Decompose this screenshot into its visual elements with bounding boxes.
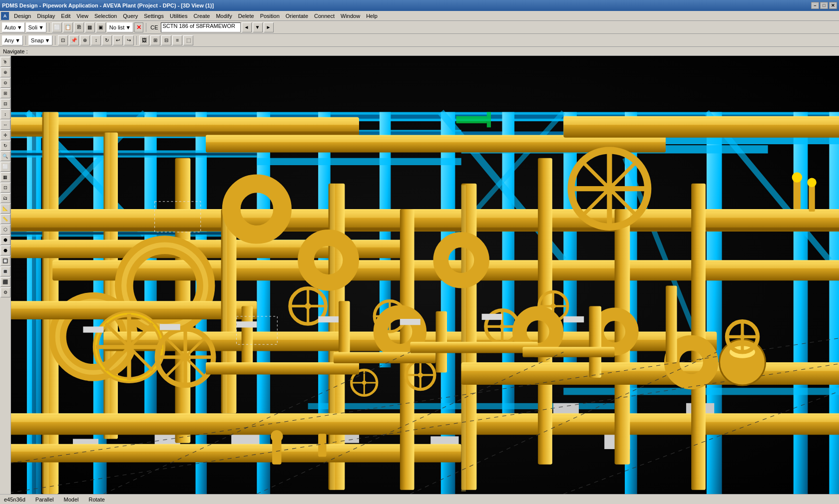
lt-btn-5[interactable]: ⊟ bbox=[0, 99, 10, 109]
svg-rect-148 bbox=[666, 285, 677, 362]
view-btn2[interactable]: ⊞ bbox=[150, 35, 160, 45]
ce-input[interactable]: SCTN 186 of S8FRAMEWOR bbox=[161, 22, 241, 32]
no-list-dropdown[interactable]: No list ▼ bbox=[107, 22, 133, 32]
view-btn4[interactable]: ≡ bbox=[172, 35, 182, 45]
lt-btn-16[interactable]: 📏 bbox=[0, 214, 10, 224]
toolbar-btn-1[interactable]: ⬜ bbox=[52, 22, 62, 32]
svg-rect-176 bbox=[809, 184, 815, 212]
menu-delete[interactable]: Delete bbox=[235, 12, 257, 20]
svg-rect-150 bbox=[334, 352, 436, 364]
lt-btn-6[interactable]: ↕ bbox=[0, 109, 10, 119]
lt-btn-19[interactable]: ⬣ bbox=[0, 246, 10, 255]
svg-rect-17 bbox=[707, 112, 722, 494]
nav-down[interactable]: ▼ bbox=[253, 22, 263, 32]
close-button[interactable]: ✕ bbox=[829, 2, 837, 9]
svg-rect-85 bbox=[461, 185, 466, 492]
rotate-btn-tb[interactable]: ↻ bbox=[102, 35, 112, 45]
viewport-3d[interactable] bbox=[11, 56, 839, 494]
pick-btn[interactable]: 📌 bbox=[69, 35, 79, 45]
view-btn5[interactable]: ⬚ bbox=[183, 35, 193, 45]
lt-btn-9[interactable]: ↻ bbox=[0, 141, 10, 151]
menu-connect[interactable]: Connect bbox=[311, 12, 338, 20]
svg-rect-155 bbox=[236, 321, 257, 327]
svg-rect-19 bbox=[829, 112, 839, 494]
menu-orientate[interactable]: Orientate bbox=[283, 12, 311, 20]
svg-rect-143 bbox=[318, 434, 326, 457]
svg-point-142 bbox=[271, 430, 283, 443]
menu-display[interactable]: Display bbox=[34, 12, 58, 20]
svg-rect-82 bbox=[11, 447, 461, 452]
lt-btn-17[interactable]: ⬡ bbox=[0, 225, 10, 235]
navigate-bar: Navigate : bbox=[0, 47, 839, 56]
lt-btn-15[interactable]: 📐 bbox=[0, 204, 10, 214]
sep5 bbox=[136, 36, 137, 45]
lt-btn-22[interactable]: ⬛ bbox=[0, 277, 10, 287]
select-btn[interactable]: ⊡ bbox=[58, 35, 68, 45]
menu-modify[interactable]: Modify bbox=[213, 12, 235, 20]
lt-btn-2[interactable]: ⊕ bbox=[0, 67, 10, 77]
distance-btn[interactable]: ↕ bbox=[91, 35, 101, 45]
svg-point-175 bbox=[792, 172, 802, 182]
svg-rect-147 bbox=[589, 306, 601, 377]
nav-next[interactable]: ► bbox=[264, 22, 274, 32]
lt-btn-10[interactable]: 🔍 bbox=[0, 151, 10, 161]
svg-rect-181 bbox=[487, 112, 491, 128]
toolbar-btn-4[interactable]: ▦ bbox=[85, 22, 95, 32]
cancel-btn[interactable]: ✕ bbox=[134, 22, 143, 32]
menu-utilities[interactable]: Utilities bbox=[167, 12, 190, 20]
svg-rect-54 bbox=[563, 119, 839, 125]
lt-btn-21[interactable]: 🔳 bbox=[0, 266, 10, 276]
scene-svg bbox=[11, 56, 839, 494]
menu-edit[interactable]: Edit bbox=[58, 12, 73, 20]
lt-btn-11[interactable]: ⬜ bbox=[0, 162, 10, 172]
menu-query[interactable]: Query bbox=[120, 12, 141, 20]
menu-create[interactable]: Create bbox=[190, 12, 213, 20]
menu-help[interactable]: Help bbox=[363, 12, 381, 20]
maximize-button[interactable]: □ bbox=[820, 2, 828, 9]
lt-btn-4[interactable]: ⊞ bbox=[0, 88, 10, 98]
lt-btn-7[interactable]: ↔ bbox=[0, 120, 10, 130]
svg-rect-59 bbox=[175, 158, 191, 443]
lt-btn-18[interactable]: ⬢ bbox=[0, 235, 10, 245]
view-btn3[interactable]: ⊟ bbox=[161, 35, 171, 45]
view-btn1[interactable]: 🖼 bbox=[139, 35, 149, 45]
lt-btn-8[interactable]: ✛ bbox=[0, 130, 10, 140]
lt-btn-20[interactable]: 🔲 bbox=[0, 256, 10, 266]
toolbar-btn-5[interactable]: ▣ bbox=[96, 22, 106, 32]
ce-label: CE bbox=[149, 24, 159, 30]
menu-position[interactable]: Position bbox=[257, 12, 283, 20]
snap-grid-btn[interactable]: ⊕ bbox=[80, 35, 90, 45]
lt-btn-23[interactable]: ⚙ bbox=[0, 287, 10, 297]
sep3 bbox=[25, 36, 26, 45]
svg-rect-180 bbox=[456, 116, 486, 123]
navigate-label: Navigate : bbox=[3, 48, 28, 54]
solid-dropdown[interactable]: Soli ▼ bbox=[26, 22, 46, 32]
svg-rect-49 bbox=[11, 120, 359, 125]
svg-rect-80 bbox=[11, 416, 839, 422]
projection-mode: Parallel bbox=[35, 497, 54, 503]
toolbar-btn-2[interactable]: 📋 bbox=[63, 22, 73, 32]
menu-settings[interactable]: Settings bbox=[141, 12, 167, 20]
menu-window[interactable]: Window bbox=[338, 12, 363, 20]
lt-btn-14[interactable]: 🗂 bbox=[0, 193, 10, 203]
lt-btn-12[interactable]: ▦ bbox=[0, 172, 10, 182]
auto-dropdown[interactable]: Auto ▼ bbox=[2, 22, 25, 32]
menu-selection[interactable]: Selection bbox=[91, 12, 120, 20]
svg-rect-149 bbox=[206, 362, 359, 375]
minimize-button[interactable]: – bbox=[811, 2, 819, 9]
lt-btn-3[interactable]: ⊖ bbox=[0, 78, 10, 88]
nav-prev[interactable]: ◄ bbox=[242, 22, 252, 32]
any-dropdown[interactable]: Any ▼ bbox=[2, 35, 23, 45]
menu-design[interactable]: Design bbox=[11, 12, 34, 20]
lt-btn-13[interactable]: ⊡ bbox=[0, 183, 10, 193]
model-mode: Model bbox=[64, 497, 79, 503]
svg-rect-141 bbox=[272, 439, 281, 464]
main-area: 🖱 ⊕ ⊖ ⊞ ⊟ ↕ ↔ ✛ ↻ 🔍 ⬜ ▦ ⊡ 🗂 📐 📏 ⬡ ⬢ ⬣ 🔲 … bbox=[0, 56, 839, 494]
toolbar-btn-3[interactable]: 🖹 bbox=[74, 22, 84, 32]
snap-dropdown[interactable]: Snap ▼ bbox=[28, 35, 53, 45]
redo-btn[interactable]: ↪ bbox=[124, 35, 134, 45]
lt-btn-1[interactable]: 🖱 bbox=[0, 57, 10, 67]
menu-view[interactable]: View bbox=[73, 12, 91, 20]
undo-btn[interactable]: ↩ bbox=[113, 35, 123, 45]
svg-rect-61 bbox=[11, 212, 839, 218]
